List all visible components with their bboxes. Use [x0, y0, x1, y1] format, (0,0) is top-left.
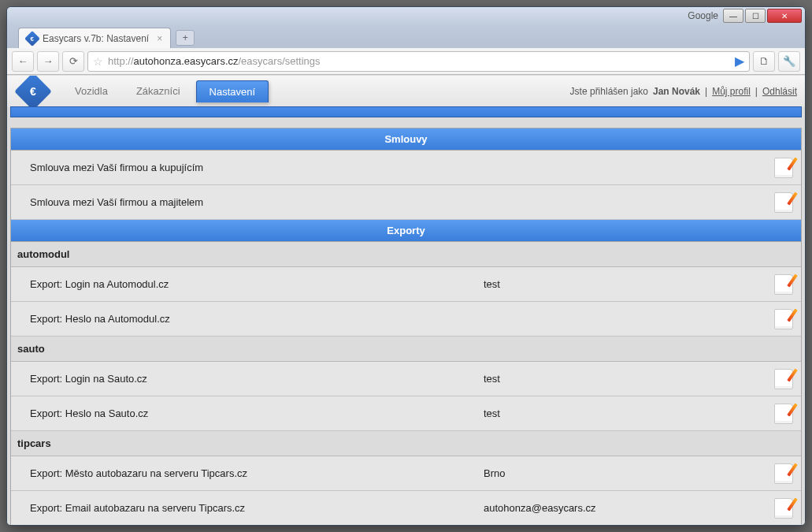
content-scroll[interactable]: € Vozidla Zákazníci Nastavení Jste přihl… — [7, 76, 805, 525]
window-buttons: — ☐ ✕ — [723, 9, 802, 23]
go-icon[interactable]: ▶ — [735, 54, 744, 69]
url-host: autohonza.easycars.cz — [134, 55, 239, 67]
url-path: /easycars/settings — [239, 55, 321, 67]
maximize-button[interactable]: ☐ — [745, 9, 766, 23]
row-label: Export: Heslo na Sauto.cz — [11, 407, 476, 419]
row-action — [766, 274, 801, 295]
page-menu-button[interactable]: 🗋 — [753, 51, 775, 72]
close-button[interactable]: ✕ — [767, 9, 802, 23]
row-label: Export: Město autobazaru na serveru Tipc… — [11, 467, 476, 479]
row-action — [766, 192, 801, 213]
row-label: Export: Login na Automodul.cz — [11, 278, 476, 290]
logged-user: Jan Novák — [653, 86, 700, 97]
row-value: test — [476, 278, 766, 290]
page: € Vozidla Zákazníci Nastavení Jste přihl… — [7, 76, 805, 525]
browser-tab-title: Easycars v.7b: Nastavení — [43, 33, 149, 44]
edit-icon[interactable] — [774, 463, 793, 484]
nav-underline — [10, 106, 802, 117]
header-user-block: Jste přihlášen jako Jan Novák | Můj prof… — [570, 86, 797, 97]
browser-toolbar: ← → ⟳ ☆ http://autohonza.easycars.cz/eas… — [7, 48, 805, 75]
favicon-icon: € — [27, 33, 38, 44]
row-label: Smlouva mezi Vaší firmou a kupujícím — [11, 162, 476, 173]
group-header-sauto: sauto — [11, 337, 801, 362]
row-value: autohonza@easycars.cz — [476, 502, 766, 514]
row-action — [766, 309, 801, 329]
minimize-button[interactable]: — — [723, 9, 743, 23]
row-action — [766, 369, 801, 389]
row-value: test — [476, 407, 766, 419]
settings-row: Export: Město autobazaru na serveru Tipc… — [11, 456, 801, 491]
settings-row: Export: Email autobazaru na serveru Tipc… — [11, 491, 801, 525]
google-label: Google — [688, 10, 718, 21]
settings-row: Export: Heslo na Sauto.cz test — [11, 396, 801, 431]
edit-icon[interactable] — [774, 158, 793, 178]
settings-row: Smlouva mezi Vaší firmou a majitelem — [11, 185, 801, 220]
row-label: Export: Email autobazaru na serveru Tipc… — [11, 502, 476, 514]
edit-icon[interactable] — [774, 192, 793, 213]
edit-icon[interactable] — [774, 309, 793, 329]
row-action — [766, 158, 801, 178]
edit-icon[interactable] — [774, 274, 793, 295]
row-value: Brno — [476, 467, 766, 479]
settings-panel: Smlouvy Smlouva mezi Vaší firmou a kupuj… — [10, 128, 802, 525]
browser-tab-active[interactable]: € Easycars v.7b: Nastavení × — [18, 28, 171, 48]
reload-button[interactable]: ⟳ — [62, 51, 84, 72]
link-profile[interactable]: Můj profil — [712, 86, 751, 97]
content-area: € Vozidla Zákazníci Nastavení Jste přihl… — [7, 75, 805, 525]
nav-zakaznici[interactable]: Zákazníci — [124, 80, 193, 102]
row-action — [766, 404, 801, 424]
link-logout[interactable]: Odhlásit — [762, 86, 797, 97]
settings-row: Export: Heslo na Automodul.cz — [11, 302, 801, 337]
settings-row: Export: Login na Sauto.cz test — [11, 362, 801, 396]
browser-tabstrip: € Easycars v.7b: Nastavení × + — [7, 24, 805, 48]
url-text: http://autohonza.easycars.cz/easycars/se… — [108, 55, 730, 67]
wrench-menu-button[interactable]: 🔧 — [778, 51, 800, 72]
row-label: Export: Login na Sauto.cz — [11, 373, 476, 385]
browser-window: Google — ☐ ✕ € Easycars v.7b: Nastavení … — [6, 6, 806, 526]
group-header-tipcars: tipcars — [11, 431, 801, 456]
new-tab-button[interactable]: + — [176, 30, 195, 46]
section-header-smlouvy: Smlouvy — [11, 128, 801, 151]
edit-icon[interactable] — [774, 498, 793, 519]
nav-nastaveni[interactable]: Nastavení — [196, 80, 269, 102]
address-bar[interactable]: ☆ http://autohonza.easycars.cz/easycars/… — [87, 51, 750, 72]
section-header-exporty: Exporty — [11, 220, 801, 242]
bookmark-star-icon[interactable]: ☆ — [93, 55, 103, 68]
row-value: test — [476, 373, 766, 385]
tab-close-icon[interactable]: × — [157, 33, 162, 44]
nav-vozidla[interactable]: Vozidla — [62, 80, 121, 102]
app-header: € Vozidla Zákazníci Nastavení Jste přihl… — [7, 76, 805, 107]
settings-row: Smlouva mezi Vaší firmou a kupujícím — [11, 151, 801, 185]
app-logo-icon[interactable]: € — [14, 76, 52, 110]
forward-button[interactable]: → — [37, 51, 59, 72]
row-action — [766, 463, 801, 484]
back-button[interactable]: ← — [12, 51, 34, 72]
group-header-automodul: automodul — [11, 242, 801, 267]
edit-icon[interactable] — [774, 404, 793, 424]
row-label: Smlouva mezi Vaší firmou a majitelem — [11, 196, 476, 208]
row-label: Export: Heslo na Automodul.cz — [11, 313, 476, 325]
window-titlebar: Google — ☐ ✕ — [7, 7, 805, 24]
main-nav: Vozidla Zákazníci Nastavení — [62, 76, 269, 107]
settings-row: Export: Login na Automodul.cz test — [11, 267, 801, 302]
edit-icon[interactable] — [774, 369, 793, 389]
row-action — [766, 498, 801, 519]
logged-prefix: Jste přihlášen jako — [570, 86, 648, 97]
url-scheme: http:// — [108, 55, 134, 67]
